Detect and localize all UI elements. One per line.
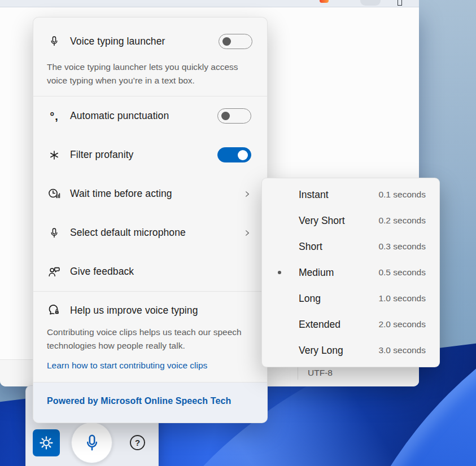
menu-item-filter-profanity[interactable]: Filter profanity xyxy=(33,135,267,174)
filter-profanity-toggle[interactable] xyxy=(217,147,251,162)
selected-bullet-icon xyxy=(277,271,282,274)
option-extended[interactable]: Extended 2.0 seconds xyxy=(262,311,439,337)
status-divider xyxy=(298,367,298,380)
option-instant[interactable]: Instant 0.1 seconds xyxy=(262,182,439,208)
microphone-button[interactable] xyxy=(71,422,112,463)
gear-icon xyxy=(38,435,54,451)
help-button[interactable]: ? xyxy=(130,435,145,450)
menu-item-select-microphone[interactable]: Select default microphone xyxy=(33,213,267,252)
option-short[interactable]: Short 0.3 seconds xyxy=(262,234,439,260)
help-improve-title: Help us improve voice typing xyxy=(70,305,252,316)
selected-bullet-icon xyxy=(277,219,282,222)
launcher-section: Voice typing launcher The voice typing l… xyxy=(33,17,267,96)
help-improve-section: Help us improve voice typing Contributin… xyxy=(33,292,267,382)
titlebar-icon[interactable] xyxy=(398,0,402,6)
settings-button[interactable] xyxy=(33,429,60,456)
wait-time-submenu: Instant 0.1 seconds Very Short 0.2 secon… xyxy=(261,178,440,367)
microphone-icon xyxy=(82,433,102,453)
voice-typing-settings-flyout: Voice typing launcher The voice typing l… xyxy=(33,17,268,423)
voice-clips-privacy-icon xyxy=(47,303,62,318)
selected-bullet-icon xyxy=(277,193,282,196)
background-titlebar-strip xyxy=(0,0,419,7)
help-improve-description: Contributing voice clips helps us teach … xyxy=(47,326,252,353)
powered-by-link[interactable]: Powered by Microsoft Online Speech Tech xyxy=(47,396,231,406)
feedback-icon xyxy=(47,265,62,279)
punctuation-icon: °, xyxy=(47,109,62,124)
help-improve-row: Help us improve voice typing xyxy=(47,299,252,322)
menu-item-wait-time[interactable]: Wait time before acting xyxy=(33,174,267,213)
menu-item-automatic-punctuation[interactable]: °, Automatic punctuation xyxy=(33,96,267,135)
chevron-right-icon xyxy=(243,190,251,198)
selected-bullet-icon xyxy=(277,349,282,352)
app-icon xyxy=(320,0,329,3)
voice-typing-launcher-row[interactable]: Voice typing launcher xyxy=(47,26,252,56)
encoding-label: UTF-8 xyxy=(308,368,333,378)
selected-bullet-icon xyxy=(277,323,282,326)
launcher-description: The voice typing launcher lets you quick… xyxy=(47,60,252,87)
option-very-long[interactable]: Very Long 3.0 seconds xyxy=(262,337,439,363)
selected-bullet-icon xyxy=(277,297,282,300)
microphone-icon xyxy=(47,34,62,49)
option-long[interactable]: Long 1.0 seconds xyxy=(262,285,439,311)
learn-voice-clips-link[interactable]: Learn how to start contributing voice cl… xyxy=(47,361,207,371)
microphone-icon xyxy=(47,226,62,240)
desktop: UTF-8 xyxy=(0,0,476,466)
titlebar-button[interactable] xyxy=(360,0,381,6)
selected-bullet-icon xyxy=(277,245,282,248)
automatic-punctuation-toggle[interactable] xyxy=(217,108,251,124)
menu-item-give-feedback[interactable]: Give feedback xyxy=(33,252,267,291)
asterisk-icon xyxy=(47,148,62,162)
launcher-toggle[interactable] xyxy=(219,34,252,49)
option-very-short[interactable]: Very Short 0.2 seconds xyxy=(262,208,439,234)
flyout-footer: Powered by Microsoft Online Speech Tech xyxy=(33,383,267,423)
help-label: ? xyxy=(135,438,140,447)
option-medium[interactable]: Medium 0.5 seconds xyxy=(262,260,439,285)
launcher-label: Voice typing launcher xyxy=(70,36,219,47)
chevron-right-icon xyxy=(243,229,251,237)
wait-time-clock-icon xyxy=(47,187,62,201)
settings-menu: °, Automatic punctuation Filter profanit… xyxy=(33,96,267,291)
